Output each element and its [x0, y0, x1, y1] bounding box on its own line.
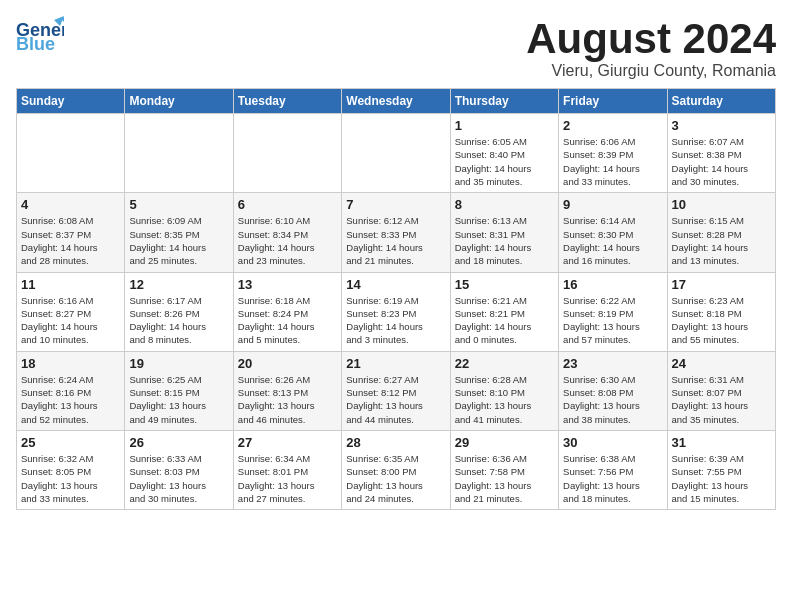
day-number: 5: [129, 197, 228, 212]
calendar-cell: 22Sunrise: 6:28 AMSunset: 8:10 PMDayligh…: [450, 351, 558, 430]
day-number: 1: [455, 118, 554, 133]
day-info: Sunrise: 6:32 AMSunset: 8:05 PMDaylight:…: [21, 452, 120, 505]
calendar-cell: 23Sunrise: 6:30 AMSunset: 8:08 PMDayligh…: [559, 351, 667, 430]
day-number: 22: [455, 356, 554, 371]
calendar-cell: 16Sunrise: 6:22 AMSunset: 8:19 PMDayligh…: [559, 272, 667, 351]
calendar-cell: 6Sunrise: 6:10 AMSunset: 8:34 PMDaylight…: [233, 193, 341, 272]
day-number: 14: [346, 277, 445, 292]
day-number: 26: [129, 435, 228, 450]
day-info: Sunrise: 6:24 AMSunset: 8:16 PMDaylight:…: [21, 373, 120, 426]
day-number: 27: [238, 435, 337, 450]
day-number: 19: [129, 356, 228, 371]
day-number: 20: [238, 356, 337, 371]
day-info: Sunrise: 6:19 AMSunset: 8:23 PMDaylight:…: [346, 294, 445, 347]
day-number: 7: [346, 197, 445, 212]
day-info: Sunrise: 6:17 AMSunset: 8:26 PMDaylight:…: [129, 294, 228, 347]
calendar-cell: 20Sunrise: 6:26 AMSunset: 8:13 PMDayligh…: [233, 351, 341, 430]
weekday-header: Tuesday: [233, 89, 341, 114]
calendar-cell: 10Sunrise: 6:15 AMSunset: 8:28 PMDayligh…: [667, 193, 775, 272]
calendar-cell: 17Sunrise: 6:23 AMSunset: 8:18 PMDayligh…: [667, 272, 775, 351]
day-info: Sunrise: 6:09 AMSunset: 8:35 PMDaylight:…: [129, 214, 228, 267]
weekday-header: Friday: [559, 89, 667, 114]
calendar-cell: 24Sunrise: 6:31 AMSunset: 8:07 PMDayligh…: [667, 351, 775, 430]
day-info: Sunrise: 6:12 AMSunset: 8:33 PMDaylight:…: [346, 214, 445, 267]
day-number: 16: [563, 277, 662, 292]
weekday-header: Monday: [125, 89, 233, 114]
calendar-cell: 25Sunrise: 6:32 AMSunset: 8:05 PMDayligh…: [17, 430, 125, 509]
calendar-cell: 30Sunrise: 6:38 AMSunset: 7:56 PMDayligh…: [559, 430, 667, 509]
weekday-header: Saturday: [667, 89, 775, 114]
day-number: 30: [563, 435, 662, 450]
title-block: August 2024 Vieru, Giurgiu County, Roman…: [526, 16, 776, 80]
day-info: Sunrise: 6:30 AMSunset: 8:08 PMDaylight:…: [563, 373, 662, 426]
day-number: 23: [563, 356, 662, 371]
calendar-cell: [125, 114, 233, 193]
day-info: Sunrise: 6:34 AMSunset: 8:01 PMDaylight:…: [238, 452, 337, 505]
day-number: 28: [346, 435, 445, 450]
day-info: Sunrise: 6:38 AMSunset: 7:56 PMDaylight:…: [563, 452, 662, 505]
calendar-cell: 26Sunrise: 6:33 AMSunset: 8:03 PMDayligh…: [125, 430, 233, 509]
calendar-cell: 2Sunrise: 6:06 AMSunset: 8:39 PMDaylight…: [559, 114, 667, 193]
month-title: August 2024: [526, 16, 776, 62]
day-info: Sunrise: 6:33 AMSunset: 8:03 PMDaylight:…: [129, 452, 228, 505]
calendar-cell: 12Sunrise: 6:17 AMSunset: 8:26 PMDayligh…: [125, 272, 233, 351]
calendar-cell: 9Sunrise: 6:14 AMSunset: 8:30 PMDaylight…: [559, 193, 667, 272]
logo: General Blue: [16, 16, 64, 52]
day-info: Sunrise: 6:05 AMSunset: 8:40 PMDaylight:…: [455, 135, 554, 188]
day-number: 11: [21, 277, 120, 292]
day-number: 2: [563, 118, 662, 133]
day-info: Sunrise: 6:10 AMSunset: 8:34 PMDaylight:…: [238, 214, 337, 267]
day-info: Sunrise: 6:06 AMSunset: 8:39 PMDaylight:…: [563, 135, 662, 188]
day-info: Sunrise: 6:14 AMSunset: 8:30 PMDaylight:…: [563, 214, 662, 267]
day-info: Sunrise: 6:26 AMSunset: 8:13 PMDaylight:…: [238, 373, 337, 426]
day-info: Sunrise: 6:23 AMSunset: 8:18 PMDaylight:…: [672, 294, 771, 347]
calendar-cell: 11Sunrise: 6:16 AMSunset: 8:27 PMDayligh…: [17, 272, 125, 351]
day-info: Sunrise: 6:07 AMSunset: 8:38 PMDaylight:…: [672, 135, 771, 188]
weekday-header: Wednesday: [342, 89, 450, 114]
day-number: 4: [21, 197, 120, 212]
calendar-cell: 5Sunrise: 6:09 AMSunset: 8:35 PMDaylight…: [125, 193, 233, 272]
calendar-cell: [233, 114, 341, 193]
day-number: 18: [21, 356, 120, 371]
calendar-cell: 13Sunrise: 6:18 AMSunset: 8:24 PMDayligh…: [233, 272, 341, 351]
day-number: 6: [238, 197, 337, 212]
day-number: 8: [455, 197, 554, 212]
day-number: 29: [455, 435, 554, 450]
day-info: Sunrise: 6:31 AMSunset: 8:07 PMDaylight:…: [672, 373, 771, 426]
location-subtitle: Vieru, Giurgiu County, Romania: [526, 62, 776, 80]
calendar-cell: 15Sunrise: 6:21 AMSunset: 8:21 PMDayligh…: [450, 272, 558, 351]
day-info: Sunrise: 6:13 AMSunset: 8:31 PMDaylight:…: [455, 214, 554, 267]
day-number: 31: [672, 435, 771, 450]
day-info: Sunrise: 6:39 AMSunset: 7:55 PMDaylight:…: [672, 452, 771, 505]
calendar-cell: 27Sunrise: 6:34 AMSunset: 8:01 PMDayligh…: [233, 430, 341, 509]
svg-text:Blue: Blue: [16, 34, 55, 52]
day-number: 13: [238, 277, 337, 292]
day-number: 9: [563, 197, 662, 212]
weekday-header: Sunday: [17, 89, 125, 114]
day-info: Sunrise: 6:36 AMSunset: 7:58 PMDaylight:…: [455, 452, 554, 505]
day-number: 3: [672, 118, 771, 133]
day-info: Sunrise: 6:27 AMSunset: 8:12 PMDaylight:…: [346, 373, 445, 426]
day-info: Sunrise: 6:35 AMSunset: 8:00 PMDaylight:…: [346, 452, 445, 505]
day-number: 15: [455, 277, 554, 292]
calendar-cell: 31Sunrise: 6:39 AMSunset: 7:55 PMDayligh…: [667, 430, 775, 509]
calendar-cell: 18Sunrise: 6:24 AMSunset: 8:16 PMDayligh…: [17, 351, 125, 430]
calendar-cell: 1Sunrise: 6:05 AMSunset: 8:40 PMDaylight…: [450, 114, 558, 193]
day-number: 12: [129, 277, 228, 292]
calendar-cell: 29Sunrise: 6:36 AMSunset: 7:58 PMDayligh…: [450, 430, 558, 509]
page-header: General Blue August 2024 Vieru, Giurgiu …: [16, 16, 776, 80]
day-info: Sunrise: 6:22 AMSunset: 8:19 PMDaylight:…: [563, 294, 662, 347]
day-number: 10: [672, 197, 771, 212]
calendar-cell: [342, 114, 450, 193]
calendar-cell: 14Sunrise: 6:19 AMSunset: 8:23 PMDayligh…: [342, 272, 450, 351]
weekday-header: Thursday: [450, 89, 558, 114]
calendar-cell: 8Sunrise: 6:13 AMSunset: 8:31 PMDaylight…: [450, 193, 558, 272]
day-info: Sunrise: 6:18 AMSunset: 8:24 PMDaylight:…: [238, 294, 337, 347]
calendar-cell: 4Sunrise: 6:08 AMSunset: 8:37 PMDaylight…: [17, 193, 125, 272]
day-number: 24: [672, 356, 771, 371]
calendar-cell: 21Sunrise: 6:27 AMSunset: 8:12 PMDayligh…: [342, 351, 450, 430]
calendar-table: SundayMondayTuesdayWednesdayThursdayFrid…: [16, 88, 776, 510]
calendar-cell: 3Sunrise: 6:07 AMSunset: 8:38 PMDaylight…: [667, 114, 775, 193]
day-number: 17: [672, 277, 771, 292]
logo-icon: General Blue: [16, 16, 64, 52]
